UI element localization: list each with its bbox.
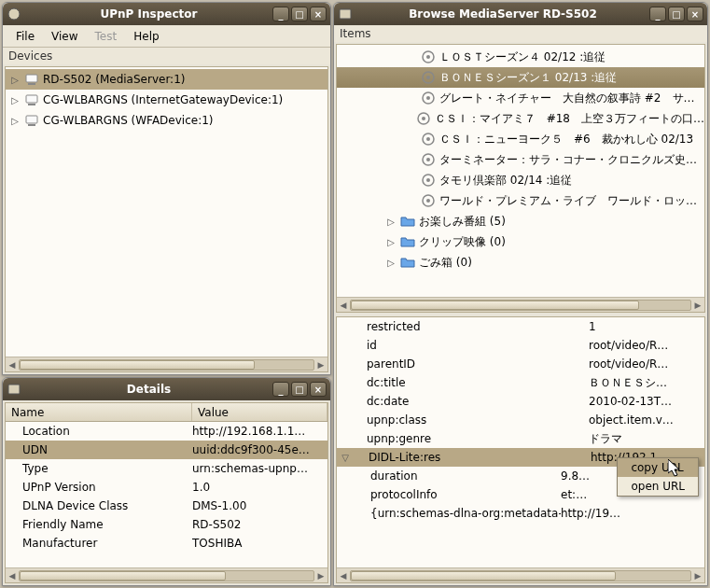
- property-value: root/video/R…: [589, 339, 668, 352]
- device-row[interactable]: ▷CG-WLBARGNS (InternetGatewayDevice:1): [6, 90, 327, 110]
- item-label: クリップ映像 (0): [419, 234, 506, 250]
- details-value: TOSHIBA: [192, 537, 242, 550]
- item-row[interactable]: ターミネーター：サラ・コナー・クロニクルズ史…: [337, 149, 704, 170]
- menu-view[interactable]: View: [44, 28, 85, 45]
- folder-row[interactable]: ▷ごみ箱 (0): [337, 252, 704, 273]
- expander-icon[interactable]: ▷: [9, 116, 21, 126]
- svg-point-24: [426, 199, 430, 203]
- expander-icon[interactable]: ▷: [385, 237, 397, 247]
- devices-hscroll[interactable]: ◀ ▶: [6, 357, 327, 371]
- scroll-left-icon[interactable]: ◀: [337, 299, 350, 312]
- col-value[interactable]: Value: [192, 403, 327, 421]
- property-value: 9.8…: [561, 469, 590, 483]
- item-row[interactable]: グレート・ネイチャー 大自然の叙事詩 #2 サ…: [337, 88, 704, 108]
- minimize-button[interactable]: _: [272, 382, 289, 397]
- scroll-right-icon[interactable]: ▶: [691, 299, 704, 312]
- svg-point-22: [426, 178, 430, 182]
- menu-test[interactable]: Test: [88, 28, 125, 45]
- menu-file[interactable]: File: [8, 28, 42, 45]
- device-row[interactable]: ▷RD-S502 (MediaServer:1): [6, 69, 327, 90]
- item-label: ＬＯＳＴシーズン４ 02/12 :追従: [439, 49, 606, 65]
- details-titlebar[interactable]: Details _ □ ×: [3, 378, 330, 400]
- item-row[interactable]: ワールド・プレミアム・ライブ ワールド・ロッ…: [337, 190, 704, 211]
- menu-help[interactable]: Help: [126, 28, 166, 45]
- context-copy-url[interactable]: copy URL: [618, 458, 698, 477]
- folder-icon: [400, 255, 415, 270]
- svg-point-20: [426, 158, 430, 161]
- scroll-left-icon[interactable]: ◀: [337, 569, 350, 582]
- details-row[interactable]: ManufacturerTOSHIBA: [6, 534, 327, 553]
- property-row[interactable]: parentIDroot/video/R…: [337, 355, 704, 373]
- item-row[interactable]: ＢＯＮＥＳシーズン１ 02/13 :追従: [337, 67, 704, 88]
- expander-icon[interactable]: ▽: [339, 453, 352, 463]
- media-item-icon: [421, 173, 436, 188]
- devices-tree[interactable]: ▷RD-S502 (MediaServer:1)▷CG-WLBARGNS (In…: [5, 66, 328, 372]
- col-name[interactable]: Name: [6, 403, 192, 421]
- maximize-button[interactable]: □: [291, 7, 308, 21]
- item-row[interactable]: タモリ倶楽部 02/14 :追従: [337, 170, 704, 190]
- minimize-button[interactable]: _: [649, 7, 666, 21]
- scroll-left-icon[interactable]: ◀: [6, 358, 19, 371]
- device-label: CG-WLBARGNS (WFADevice:1): [43, 114, 214, 127]
- props-hscroll[interactable]: ◀ ▶: [337, 567, 704, 582]
- item-row[interactable]: ＣＳＩ：ニューヨーク５ #6 裁かれし心 02/13: [337, 129, 704, 149]
- details-value: DMS-1.00: [192, 499, 246, 512]
- details-row[interactable]: Typeurn:schemas-upnp…: [6, 459, 327, 478]
- device-icon: [24, 113, 39, 128]
- details-columns[interactable]: Name Value: [6, 403, 327, 422]
- item-row[interactable]: ＬＯＳＴシーズン４ 02/12 :追従: [337, 47, 704, 67]
- expander-icon[interactable]: ▷: [9, 95, 21, 105]
- property-row[interactable]: {urn:schemas-dlna-org:metadata-1-0/}ifoF…: [337, 504, 704, 523]
- items-hscroll[interactable]: ◀ ▶: [337, 297, 704, 312]
- maximize-button[interactable]: □: [291, 382, 308, 397]
- property-row[interactable]: dc:date2010-02-13T…: [337, 392, 704, 411]
- details-row[interactable]: DLNA Device ClassDMS-1.00: [6, 497, 327, 515]
- details-table[interactable]: Name Value Locationhttp://192.168.1.1…UD…: [5, 402, 328, 583]
- device-icon: [24, 92, 39, 107]
- item-row[interactable]: ＣＳＩ：マイアミ７ #18 上空３万フィートの口…: [337, 108, 704, 129]
- items-tree[interactable]: ＬＯＳＴシーズン４ 02/12 :追従ＢＯＮＥＳシーズン１ 02/13 :追従グ…: [336, 44, 705, 313]
- maximize-button[interactable]: □: [668, 7, 685, 21]
- close-button[interactable]: ×: [310, 7, 327, 21]
- browse-titlebar[interactable]: Browse MediaServer RD-S502 _ □ ×: [334, 3, 707, 25]
- minimize-button[interactable]: _: [272, 7, 289, 21]
- scroll-left-icon[interactable]: ◀: [6, 569, 19, 582]
- details-row[interactable]: UDNuuid:ddc9f300-45e…: [6, 441, 327, 459]
- property-row[interactable]: upnp:genreドラマ: [337, 429, 704, 448]
- inspector-titlebar[interactable]: UPnP Inspector _ □ ×: [3, 3, 330, 25]
- item-label: お楽しみ番組 (5): [419, 214, 506, 230]
- folder-row[interactable]: ▷クリップ映像 (0): [337, 231, 704, 252]
- svg-point-12: [426, 76, 430, 79]
- close-button[interactable]: ×: [687, 7, 703, 21]
- item-label: グレート・ネイチャー 大自然の叙事詩 #2 サ…: [439, 91, 695, 106]
- details-key: DLNA Device Class: [6, 499, 192, 512]
- expander-icon[interactable]: ▷: [385, 258, 397, 268]
- property-row[interactable]: idroot/video/R…: [337, 336, 704, 355]
- inspector-title: UPnP Inspector: [25, 7, 272, 21]
- folder-row[interactable]: ▷お楽しみ番組 (5): [337, 211, 704, 231]
- device-row[interactable]: ▷CG-WLBARGNS (WFADevice:1): [6, 110, 327, 131]
- expander-icon[interactable]: ▷: [9, 75, 21, 85]
- details-value: uuid:ddc9f300-45e…: [192, 443, 310, 456]
- expander-icon[interactable]: ▷: [385, 217, 397, 227]
- details-row[interactable]: Friendly NameRD-S502: [6, 515, 327, 534]
- scroll-right-icon[interactable]: ▶: [314, 358, 327, 371]
- item-label: ターミネーター：サラ・コナー・クロニクルズ史…: [439, 152, 697, 168]
- property-row[interactable]: restricted1: [337, 317, 704, 336]
- details-row[interactable]: Locationhttp://192.168.1.1…: [6, 422, 327, 441]
- close-button[interactable]: ×: [310, 382, 327, 397]
- property-row[interactable]: upnp:classobject.item.v…: [337, 411, 704, 429]
- details-hscroll[interactable]: ◀ ▶: [6, 567, 327, 582]
- context-menu[interactable]: copy URL open URL: [617, 457, 699, 497]
- property-key: duration: [337, 469, 561, 483]
- details-value: http://192.168.1.1…: [192, 425, 305, 438]
- scroll-right-icon[interactable]: ▶: [691, 569, 704, 582]
- property-key: dc:title: [350, 376, 589, 389]
- svg-point-14: [426, 96, 430, 100]
- details-row[interactable]: UPnP Version1.0: [6, 478, 327, 497]
- property-row[interactable]: dc:titleＢＯＮＥＳシ…: [337, 373, 704, 392]
- scroll-right-icon[interactable]: ▶: [314, 569, 327, 582]
- context-open-url[interactable]: open URL: [618, 477, 698, 496]
- properties-table[interactable]: restricted1idroot/video/R…parentIDroot/v…: [336, 316, 705, 583]
- devices-label: Devices: [3, 48, 330, 64]
